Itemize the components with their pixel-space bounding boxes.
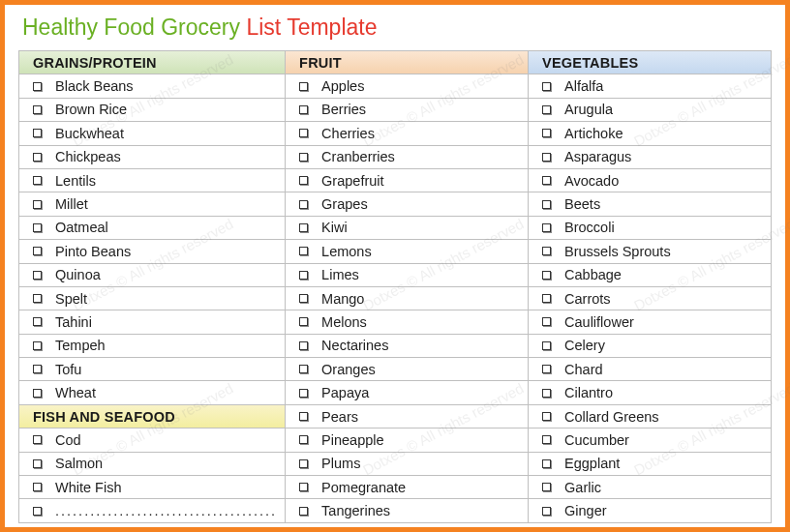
list-item: Tempeh [19, 335, 286, 358]
checkbox-icon[interactable] [299, 271, 308, 280]
item-label: Pineapple [321, 432, 384, 448]
checkbox-icon[interactable] [299, 82, 308, 91]
checkbox-icon[interactable] [299, 176, 308, 185]
checkbox-icon[interactable] [299, 341, 308, 350]
checkbox-icon[interactable] [33, 223, 42, 232]
checkbox-icon[interactable] [542, 294, 551, 303]
checkbox-icon[interactable] [542, 105, 551, 114]
checkbox-icon[interactable] [542, 176, 551, 185]
list-item-blank: ...................................... [19, 499, 286, 522]
checkbox-icon[interactable] [542, 412, 551, 421]
checkbox-icon[interactable] [542, 200, 551, 209]
checkbox-icon[interactable] [299, 294, 308, 303]
checkbox-icon[interactable] [542, 317, 551, 326]
checkbox-icon[interactable] [542, 247, 551, 255]
item-label: Tofu [55, 362, 81, 377]
list-item: Chard [529, 358, 772, 381]
checkbox-icon[interactable] [33, 435, 42, 444]
checkbox-icon[interactable] [33, 294, 42, 303]
item-label: Artichoke [564, 126, 623, 141]
checkbox-icon[interactable] [542, 459, 551, 468]
item-label: Lemons [321, 244, 372, 259]
checkbox-icon[interactable] [33, 341, 42, 350]
checkbox-icon[interactable] [299, 365, 308, 373]
checkbox-icon[interactable] [299, 200, 308, 209]
list-item: Broccoli [529, 217, 772, 240]
checkbox-icon[interactable] [33, 176, 42, 185]
checkbox-icon[interactable] [299, 483, 308, 491]
list-item: Cabbage [529, 264, 772, 287]
document-frame: Healthy Food Grocery List Template GRAIN… [0, 0, 790, 532]
list-item: Pineapple [286, 429, 529, 452]
header-vegetables: VEGETABLES [529, 51, 772, 74]
item-label: Papaya [321, 385, 369, 400]
checkbox-icon[interactable] [33, 129, 42, 137]
item-label: Pomegranate [321, 480, 406, 495]
item-label: Tangerines [321, 503, 390, 518]
checkbox-icon[interactable] [33, 153, 42, 162]
checkbox-icon[interactable] [33, 365, 42, 373]
checkbox-icon[interactable] [33, 459, 42, 468]
checkbox-icon[interactable] [33, 271, 42, 280]
checkbox-icon[interactable] [299, 105, 308, 114]
checkbox-icon[interactable] [542, 271, 551, 280]
checkbox-icon[interactable] [299, 153, 308, 162]
item-label: Nectarines [321, 338, 388, 353]
item-label: Cherries [321, 126, 375, 141]
checkbox-icon[interactable] [299, 247, 308, 255]
checkbox-icon[interactable] [542, 389, 551, 398]
item-label: Kiwi [321, 220, 348, 235]
checkbox-icon[interactable] [542, 435, 551, 444]
checkbox-icon[interactable] [299, 129, 308, 137]
checkbox-icon[interactable] [542, 223, 551, 232]
list-item: Celery [529, 335, 772, 358]
checkbox-icon[interactable] [299, 459, 308, 468]
item-label: Oranges [321, 362, 376, 377]
list-item: Carrots [529, 287, 772, 310]
checkbox-icon[interactable] [542, 365, 551, 373]
checkbox-icon[interactable] [33, 389, 42, 398]
checkbox-icon[interactable] [33, 317, 42, 326]
list-item: Kiwi [286, 217, 529, 240]
list-item: Alfalfa [529, 74, 772, 98]
checkbox-icon[interactable] [33, 200, 42, 209]
item-label: Cilantro [564, 385, 613, 400]
checkbox-icon[interactable] [299, 507, 308, 516]
item-label: Apples [321, 78, 364, 94]
checkbox-icon[interactable] [542, 82, 551, 91]
list-item: Black Beans [19, 74, 286, 98]
checkbox-icon[interactable] [33, 82, 42, 91]
checkbox-icon[interactable] [542, 129, 551, 137]
column-vegetables: VEGETABLES Alfalfa Arugula Artichoke Asp… [529, 51, 772, 523]
list-item: Papaya [286, 381, 529, 404]
list-item: Oranges [286, 358, 529, 381]
list-item: Brussels Sprouts [529, 240, 772, 263]
checkbox-icon[interactable] [542, 153, 551, 162]
list-item: Cranberries [286, 146, 529, 169]
list-item: Millet [19, 192, 286, 216]
list-item: Grapefruit [286, 169, 529, 192]
checkbox-icon[interactable] [542, 341, 551, 350]
checkbox-icon[interactable] [542, 483, 551, 491]
checkbox-icon[interactable] [299, 412, 308, 421]
checkbox-icon[interactable] [33, 247, 42, 255]
checkbox-icon[interactable] [299, 223, 308, 232]
checkbox-icon[interactable] [33, 105, 42, 114]
item-label: Carrots [564, 291, 611, 307]
column-fruit: FRUIT Apples Berries Cherries Cranberrie… [286, 51, 529, 523]
list-item: Cod [19, 429, 286, 452]
item-label: Oatmeal [55, 220, 108, 235]
item-label: Salmon [55, 456, 103, 471]
checkbox-icon[interactable] [33, 483, 42, 491]
checkbox-icon[interactable] [33, 507, 42, 516]
header-fish: FISH AND SEAFOOD [19, 405, 286, 429]
checkbox-icon[interactable] [299, 435, 308, 444]
item-label: Mango [321, 291, 364, 307]
list-item: Avocado [529, 169, 772, 192]
checkbox-icon[interactable] [542, 507, 551, 516]
page-title: Healthy Food Grocery List Template [18, 15, 772, 41]
checkbox-icon[interactable] [299, 389, 308, 398]
checkbox-icon[interactable] [299, 317, 308, 326]
list-item: Limes [286, 264, 529, 287]
list-item: Wheat [19, 381, 286, 404]
